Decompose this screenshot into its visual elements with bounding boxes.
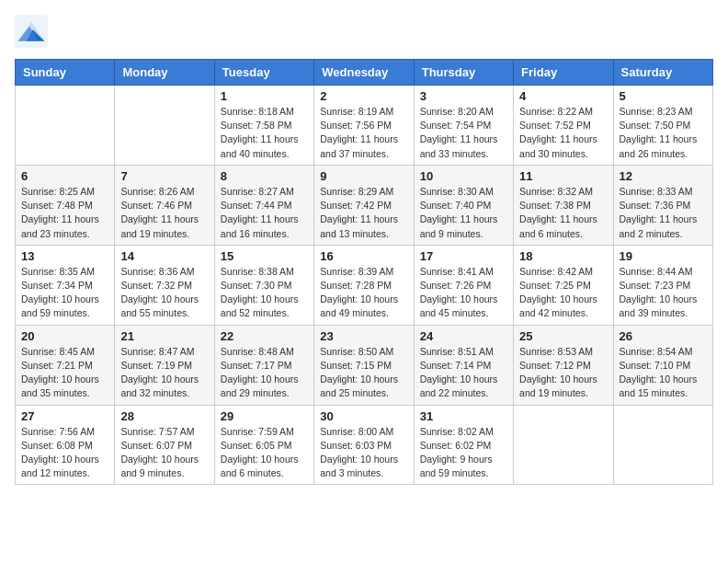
calendar-cell: 20Sunrise: 8:45 AMSunset: 7:21 PMDayligh… — [16, 325, 115, 405]
day-info: Sunrise: 8:32 AMSunset: 7:38 PMDaylight:… — [519, 185, 607, 241]
calendar-cell: 18Sunrise: 8:42 AMSunset: 7:25 PMDayligh… — [514, 245, 613, 325]
calendar-cell: 28Sunrise: 7:57 AMSunset: 6:07 PMDayligh… — [115, 405, 214, 485]
day-info: Sunrise: 8:53 AMSunset: 7:12 PMDaylight:… — [519, 345, 607, 401]
calendar-cell: 3Sunrise: 8:20 AMSunset: 7:54 PMDaylight… — [414, 86, 513, 166]
day-info: Sunrise: 8:20 AMSunset: 7:54 PMDaylight:… — [420, 105, 507, 161]
week-row-3: 13Sunrise: 8:35 AMSunset: 7:34 PMDayligh… — [16, 245, 713, 325]
day-info: Sunrise: 8:48 AMSunset: 7:17 PMDaylight:… — [221, 345, 308, 401]
day-number: 11 — [519, 169, 607, 183]
day-info: Sunrise: 8:19 AMSunset: 7:56 PMDaylight:… — [320, 105, 407, 161]
day-info: Sunrise: 8:38 AMSunset: 7:30 PMDaylight:… — [221, 265, 308, 321]
week-row-1: 1Sunrise: 8:18 AMSunset: 7:58 PMDaylight… — [16, 86, 713, 166]
calendar-cell: 8Sunrise: 8:27 AMSunset: 7:44 PMDaylight… — [214, 165, 313, 245]
calendar-cell: 14Sunrise: 8:36 AMSunset: 7:32 PMDayligh… — [115, 245, 214, 325]
day-info: Sunrise: 8:54 AMSunset: 7:10 PMDaylight:… — [620, 345, 707, 401]
day-number: 8 — [221, 169, 308, 183]
day-number: 2 — [320, 89, 407, 103]
day-info: Sunrise: 8:45 AMSunset: 7:21 PMDaylight:… — [21, 345, 108, 401]
day-info: Sunrise: 7:59 AMSunset: 6:05 PMDaylight:… — [221, 425, 308, 481]
day-info: Sunrise: 8:23 AMSunset: 7:50 PMDaylight:… — [620, 105, 707, 161]
calendar-body: 1Sunrise: 8:18 AMSunset: 7:58 PMDaylight… — [16, 86, 713, 485]
day-info: Sunrise: 8:30 AMSunset: 7:40 PMDaylight:… — [420, 185, 507, 241]
day-number: 5 — [620, 89, 707, 103]
calendar-cell: 16Sunrise: 8:39 AMSunset: 7:28 PMDayligh… — [314, 245, 414, 325]
day-number: 9 — [320, 169, 407, 183]
day-number: 3 — [420, 89, 507, 103]
day-number: 16 — [320, 249, 407, 263]
logo — [15, 15, 53, 48]
week-row-4: 20Sunrise: 8:45 AMSunset: 7:21 PMDayligh… — [16, 325, 713, 405]
day-info: Sunrise: 7:56 AMSunset: 6:08 PMDaylight:… — [21, 425, 108, 481]
calendar-cell — [514, 405, 613, 485]
day-info: Sunrise: 8:29 AMSunset: 7:42 PMDaylight:… — [320, 185, 407, 241]
day-number: 15 — [221, 249, 308, 263]
day-number: 21 — [120, 329, 208, 343]
calendar-cell: 22Sunrise: 8:48 AMSunset: 7:17 PMDayligh… — [214, 325, 313, 405]
day-number: 25 — [519, 329, 607, 343]
calendar-cell: 12Sunrise: 8:33 AMSunset: 7:36 PMDayligh… — [613, 165, 712, 245]
day-info: Sunrise: 8:44 AMSunset: 7:23 PMDaylight:… — [620, 265, 707, 321]
day-info: Sunrise: 8:00 AMSunset: 6:03 PMDaylight:… — [320, 425, 407, 481]
calendar-cell: 26Sunrise: 8:54 AMSunset: 7:10 PMDayligh… — [613, 325, 712, 405]
calendar-cell: 19Sunrise: 8:44 AMSunset: 7:23 PMDayligh… — [613, 245, 712, 325]
day-info: Sunrise: 8:35 AMSunset: 7:34 PMDaylight:… — [21, 265, 108, 321]
weekday-thursday: Thursday — [414, 60, 513, 86]
day-info: Sunrise: 8:22 AMSunset: 7:52 PMDaylight:… — [519, 105, 607, 161]
day-number: 10 — [420, 169, 507, 183]
day-info: Sunrise: 8:42 AMSunset: 7:25 PMDaylight:… — [519, 265, 607, 321]
day-number: 14 — [120, 249, 208, 263]
day-number: 17 — [420, 249, 507, 263]
week-row-5: 27Sunrise: 7:56 AMSunset: 6:08 PMDayligh… — [16, 405, 713, 485]
day-number: 19 — [620, 249, 707, 263]
day-number: 26 — [620, 329, 707, 343]
day-number: 7 — [120, 169, 208, 183]
day-number: 27 — [21, 409, 108, 423]
calendar-cell: 21Sunrise: 8:47 AMSunset: 7:19 PMDayligh… — [115, 325, 214, 405]
day-info: Sunrise: 8:25 AMSunset: 7:48 PMDaylight:… — [21, 185, 108, 241]
calendar-cell: 23Sunrise: 8:50 AMSunset: 7:15 PMDayligh… — [314, 325, 414, 405]
day-info: Sunrise: 7:57 AMSunset: 6:07 PMDaylight:… — [120, 425, 208, 481]
day-info: Sunrise: 8:18 AMSunset: 7:58 PMDaylight:… — [221, 105, 308, 161]
calendar-cell — [613, 405, 712, 485]
day-info: Sunrise: 8:33 AMSunset: 7:36 PMDaylight:… — [620, 185, 707, 241]
day-number: 28 — [120, 409, 208, 423]
logo-icon — [15, 15, 48, 48]
day-info: Sunrise: 8:27 AMSunset: 7:44 PMDaylight:… — [221, 185, 308, 241]
day-info: Sunrise: 8:41 AMSunset: 7:26 PMDaylight:… — [420, 265, 507, 321]
day-number: 23 — [320, 329, 407, 343]
day-info: Sunrise: 8:39 AMSunset: 7:28 PMDaylight:… — [320, 265, 407, 321]
weekday-tuesday: Tuesday — [214, 60, 313, 86]
calendar-cell: 27Sunrise: 7:56 AMSunset: 6:08 PMDayligh… — [16, 405, 115, 485]
day-number: 4 — [519, 89, 607, 103]
calendar-cell: 7Sunrise: 8:26 AMSunset: 7:46 PMDaylight… — [115, 165, 214, 245]
day-info: Sunrise: 8:51 AMSunset: 7:14 PMDaylight:… — [420, 345, 507, 401]
calendar-cell: 30Sunrise: 8:00 AMSunset: 6:03 PMDayligh… — [314, 405, 414, 485]
calendar-cell: 9Sunrise: 8:29 AMSunset: 7:42 PMDaylight… — [314, 165, 414, 245]
calendar-cell: 5Sunrise: 8:23 AMSunset: 7:50 PMDaylight… — [613, 86, 712, 166]
weekday-monday: Monday — [115, 60, 214, 86]
day-number: 29 — [221, 409, 308, 423]
calendar-cell: 31Sunrise: 8:02 AMSunset: 6:02 PMDayligh… — [414, 405, 513, 485]
day-number: 22 — [221, 329, 308, 343]
calendar-cell: 13Sunrise: 8:35 AMSunset: 7:34 PMDayligh… — [16, 245, 115, 325]
day-number: 13 — [21, 249, 108, 263]
calendar-cell: 4Sunrise: 8:22 AMSunset: 7:52 PMDaylight… — [514, 86, 613, 166]
day-number: 31 — [420, 409, 507, 423]
day-number: 1 — [221, 89, 308, 103]
calendar-cell: 29Sunrise: 7:59 AMSunset: 6:05 PMDayligh… — [214, 405, 313, 485]
calendar-cell: 25Sunrise: 8:53 AMSunset: 7:12 PMDayligh… — [514, 325, 613, 405]
weekday-header-row: SundayMondayTuesdayWednesdayThursdayFrid… — [16, 60, 713, 86]
day-info: Sunrise: 8:36 AMSunset: 7:32 PMDaylight:… — [120, 265, 208, 321]
page-header — [15, 15, 713, 48]
calendar-cell: 17Sunrise: 8:41 AMSunset: 7:26 PMDayligh… — [414, 245, 513, 325]
calendar-cell: 24Sunrise: 8:51 AMSunset: 7:14 PMDayligh… — [414, 325, 513, 405]
weekday-sunday: Sunday — [16, 60, 115, 86]
week-row-2: 6Sunrise: 8:25 AMSunset: 7:48 PMDaylight… — [16, 165, 713, 245]
calendar-cell: 6Sunrise: 8:25 AMSunset: 7:48 PMDaylight… — [16, 165, 115, 245]
day-number: 6 — [21, 169, 108, 183]
day-info: Sunrise: 8:02 AMSunset: 6:02 PMDaylight:… — [420, 425, 507, 481]
weekday-wednesday: Wednesday — [314, 60, 414, 86]
day-number: 20 — [21, 329, 108, 343]
weekday-saturday: Saturday — [613, 60, 712, 86]
day-number: 12 — [620, 169, 707, 183]
